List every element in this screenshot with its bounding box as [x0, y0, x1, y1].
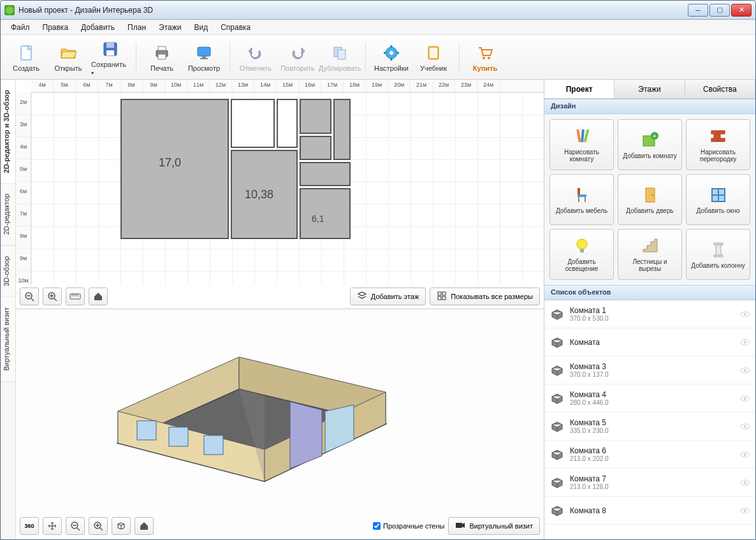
svg-line-50 — [77, 528, 80, 530]
add-window-button[interactable]: Добавить окно — [686, 174, 750, 225]
svg-rect-59 — [583, 129, 589, 142]
object-item-5[interactable]: Комната 6213.0 x 202.0 — [544, 441, 755, 469]
buy-button[interactable]: Купить — [466, 39, 504, 76]
transparent-walls-checkbox[interactable]: Прозрачные стены — [373, 522, 444, 530]
create-button[interactable]: Создать — [7, 39, 45, 76]
svg-point-87 — [744, 369, 746, 372]
svg-rect-45 — [204, 435, 223, 455]
menu-вид[interactable]: Вид — [189, 21, 213, 34]
bulb-icon — [572, 237, 592, 256]
left-tab-1[interactable]: 2D-редактор — [1, 184, 15, 245]
maximize-button[interactable]: ▢ — [709, 4, 730, 17]
add-door-button[interactable]: Добавить дверь — [618, 174, 682, 225]
menu-справка[interactable]: Справка — [215, 21, 256, 34]
cube-icon[interactable] — [112, 517, 131, 535]
add-furniture-button[interactable]: Добавить мебель — [549, 174, 614, 225]
svg-marker-48 — [325, 405, 354, 453]
add-light-button[interactable]: Добавить освещение — [549, 229, 614, 280]
menu-добавить[interactable]: Добавить — [76, 21, 120, 34]
cart-icon — [475, 43, 495, 63]
home-button[interactable] — [89, 288, 108, 305]
settings-button[interactable]: Настройки — [372, 39, 411, 76]
svg-line-23 — [31, 298, 34, 301]
close-button[interactable]: ✕ — [731, 4, 752, 17]
dup-icon — [330, 43, 350, 63]
eye-icon[interactable] — [740, 310, 750, 318]
addroom-icon: + — [641, 131, 660, 150]
rotate-360-button[interactable]: 360 — [20, 517, 39, 535]
draw-room-button[interactable]: Нарисовать комнату — [549, 119, 614, 170]
eye-icon[interactable] — [740, 423, 750, 430]
menu-правка[interactable]: Правка — [38, 21, 74, 34]
room-7[interactable] — [300, 136, 331, 160]
object-item-7[interactable]: Комната 8 — [544, 497, 755, 525]
room-6[interactable] — [300, 99, 331, 134]
right-tab-свойства[interactable]: Свойства — [685, 80, 755, 98]
room-4[interactable] — [231, 99, 275, 148]
zoom-out-button[interactable] — [20, 288, 39, 305]
room-1-label: 17,0 — [159, 156, 181, 170]
svg-point-21 — [488, 57, 490, 59]
object-item-4[interactable]: Комната 5335.0 x 230.0 — [544, 412, 755, 441]
eye-icon[interactable] — [740, 367, 750, 374]
right-tab-проект[interactable]: Проект — [544, 80, 614, 98]
svg-rect-7 — [198, 47, 210, 56]
menu-файл[interactable]: Файл — [6, 21, 35, 34]
chair-icon — [572, 186, 592, 205]
stairs-button[interactable]: Лестницы и вырезы — [618, 229, 682, 280]
virtual-visit-button[interactable]: Виртуальный визит — [448, 517, 540, 535]
zoom-out-3d-button[interactable] — [66, 517, 85, 535]
eye-icon[interactable] — [740, 451, 750, 458]
minimize-button[interactable]: ─ — [688, 4, 708, 17]
object-item-2[interactable]: Комната 3370.0 x 137.0 — [544, 356, 755, 384]
measure-button[interactable] — [66, 288, 85, 305]
open-button[interactable]: Открыть — [49, 39, 87, 76]
add-room-button[interactable]: +Добавить комнату — [618, 119, 682, 170]
right-panel: ПроектЭтажиСвойства Дизайн Нарисовать ко… — [544, 80, 755, 539]
object-item-6[interactable]: Комната 7213.0 x 126.0 — [544, 469, 755, 497]
right-tab-этажи[interactable]: Этажи — [614, 80, 685, 98]
right-tabs: ПроектЭтажиСвойства — [544, 80, 755, 99]
menu-этажи[interactable]: Этажи — [154, 21, 186, 34]
room-3[interactable] — [300, 188, 351, 239]
object-item-0[interactable]: Комната 1370.0 x 530.0 — [544, 300, 755, 328]
svg-rect-2 — [106, 43, 114, 48]
svg-point-73 — [651, 194, 653, 196]
add-column-button[interactable]: Добавить колонну — [686, 229, 750, 280]
print-button[interactable]: Печать — [143, 39, 181, 76]
menu-план[interactable]: План — [122, 21, 151, 34]
eye-icon[interactable] — [740, 507, 750, 514]
eye-icon[interactable] — [740, 479, 750, 486]
draw-wall-button[interactable]: Нарисовать перегородку — [686, 119, 750, 170]
window-title: Новый проект - Дизайн Интерьера 3D — [18, 6, 688, 15]
show-dimensions-button[interactable]: Показывать все размеры — [430, 288, 540, 305]
model-3d[interactable] — [92, 328, 411, 507]
room-5[interactable] — [277, 99, 298, 148]
printer-icon — [152, 43, 172, 63]
left-tab-2[interactable]: 3D-обзор — [1, 246, 15, 297]
room-9[interactable] — [333, 99, 351, 160]
object-item-3[interactable]: Комната 4280.0 x 446.0 — [544, 384, 755, 412]
left-tab-0[interactable]: 2D-редактор и 3D-обзор — [1, 80, 15, 184]
object-item-1[interactable]: Комната — [544, 328, 755, 356]
preview-button[interactable]: Просмотр — [185, 39, 223, 76]
cube-icon — [549, 308, 565, 321]
floorplan[interactable]: 17,0 10,38 6,1 — [120, 99, 388, 265]
zoom-in-button[interactable] — [43, 288, 62, 305]
eye-icon[interactable] — [740, 395, 750, 402]
layers-icon — [357, 291, 367, 302]
eye-icon[interactable] — [740, 339, 750, 346]
grid-2d[interactable]: 17,0 10,38 6,1 — [31, 92, 544, 284]
home-3d-button[interactable] — [134, 517, 154, 535]
cube-icon — [549, 336, 565, 349]
add-floor-button[interactable]: Добавить этаж — [350, 288, 426, 305]
monitor-icon — [194, 43, 214, 63]
manual-button[interactable]: Учебник — [414, 39, 453, 76]
save-button[interactable]: Сохранить ▾ — [91, 39, 129, 76]
pane-3d[interactable]: 360 Прозрачные стены Виртуальный визит — [16, 309, 544, 539]
room-8[interactable] — [300, 162, 351, 186]
left-tab-3[interactable]: Виртуальный визит — [1, 297, 15, 382]
zoom-in-3d-button[interactable] — [89, 517, 108, 535]
pan-button[interactable] — [43, 517, 62, 535]
svg-rect-3 — [106, 50, 114, 55]
